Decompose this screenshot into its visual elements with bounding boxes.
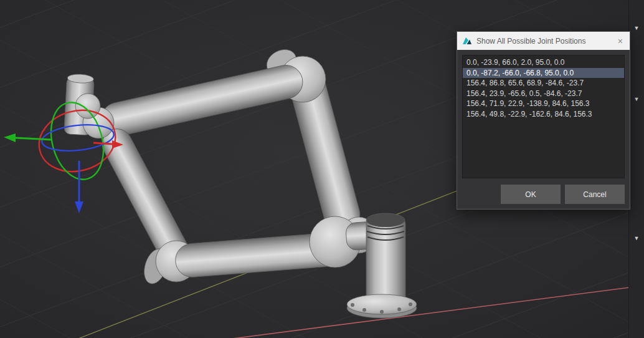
panel-collapse-arrow-icon[interactable]: ▼ <box>629 96 644 102</box>
cancel-button[interactable]: Cancel <box>565 185 625 204</box>
joint-position-row[interactable]: 0.0, -23.9, 66.0, 2.0, 95.0, 0.0 <box>463 57 624 68</box>
joint-positions-list[interactable]: 0.0, -23.9, 66.0, 2.0, 95.0, 0.0 0.0, -8… <box>462 55 625 178</box>
robot-arm[interactable] <box>64 44 417 318</box>
joint-positions-dialog: Show All Possible Joint Positions × 0.0,… <box>457 31 630 210</box>
dialog-title: Show All Possible Joint Positions <box>476 37 612 46</box>
x-axis-line <box>0 286 644 338</box>
joint-position-row[interactable]: 156.4, 71.9, 22.9, -138.9, 84.6, 156.3 <box>463 99 624 109</box>
joint-position-row[interactable]: 156.4, 86.8, 65.6, 68.9, -84.6, -23.7 <box>463 78 624 89</box>
panel-collapse-arrow-icon[interactable]: ▼ <box>629 25 644 31</box>
close-icon[interactable]: × <box>616 36 625 47</box>
right-panel-strip: ▼ ▼ ▼ <box>628 0 644 338</box>
joint-position-row[interactable]: 156.4, 49.8, -22.9, -162.6, 84.6, 156.3 <box>463 109 624 120</box>
robot-base-column[interactable] <box>366 218 405 302</box>
robot-joint-wrist-small[interactable] <box>75 94 100 118</box>
ok-button[interactable]: OK <box>501 185 561 204</box>
robodk-logo-icon <box>462 36 472 46</box>
gizmo-z-arrow[interactable] <box>75 161 83 213</box>
panel-collapse-arrow-icon[interactable]: ▼ <box>629 235 644 241</box>
robot-base-motor-cap <box>366 213 405 227</box>
dialog-titlebar[interactable]: Show All Possible Joint Positions × <box>457 32 630 50</box>
joint-position-row[interactable]: 156.4, 23.9, -65.6, 0.5, -84.6, -23.7 <box>463 89 624 99</box>
dialog-button-row: OK Cancel <box>462 185 625 204</box>
joint-position-row-selected[interactable]: 0.0, -87.2, -66.0, -66.8, 95.0, 0.0 <box>463 68 624 79</box>
robot-link-upper[interactable] <box>98 62 306 139</box>
dialog-body: 0.0, -23.9, 66.0, 2.0, 95.0, 0.0 0.0, -8… <box>457 50 630 209</box>
